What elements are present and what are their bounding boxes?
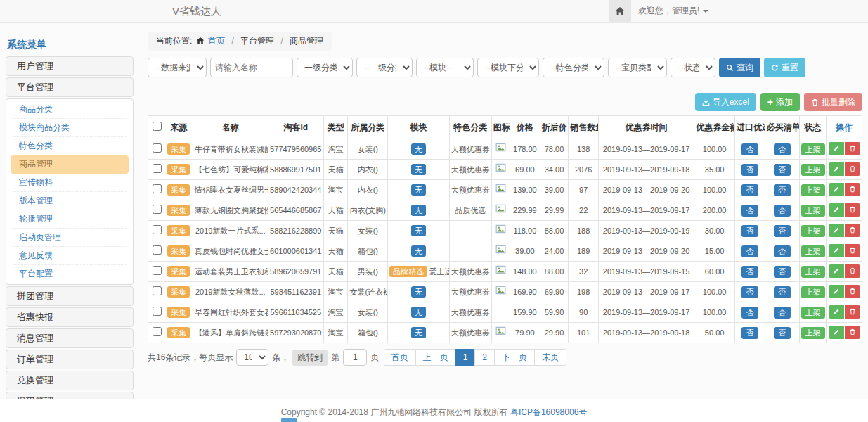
breadcrumb-home-link[interactable]: 首页 [208,36,225,46]
module-select[interactable]: --模块-- [416,58,474,77]
delete-button[interactable] [845,162,860,176]
import-select-button[interactable]: 否 [741,143,758,155]
sidebar-group-message-management[interactable]: 消息管理 [6,328,134,348]
row-checkbox[interactable] [153,164,162,173]
sidebar-item-feedback[interactable]: 意见反馈 [11,247,129,265]
must-buy-button[interactable]: 否 [774,266,791,278]
import-excel-button[interactable]: 导入excel [695,93,756,111]
edit-button[interactable] [829,326,844,339]
prev-page-button[interactable]: 上一页 [415,349,456,366]
import-select-button[interactable]: 否 [741,164,758,176]
select-all-checkbox[interactable] [153,122,162,131]
import-select-button[interactable]: 否 [741,245,758,257]
sidebar-group-exchange-management[interactable]: 兑换管理 [6,371,134,390]
sidebar-item-splash-page-management[interactable]: 启动页管理 [11,229,129,247]
sidebar-group-platform-management[interactable]: 平台管理 [6,77,134,97]
row-checkbox[interactable] [153,286,162,295]
sidebar-item-product-category[interactable]: 商品分类 [11,101,129,119]
row-checkbox[interactable] [153,327,162,336]
status-button[interactable]: 上架 [801,184,825,196]
must-buy-button[interactable]: 否 [774,184,791,196]
last-page-button[interactable]: 末页 [534,349,566,366]
import-select-button[interactable]: 否 [741,205,758,217]
level2-category-select[interactable]: --二级分类-- [356,58,413,77]
edit-button[interactable] [829,203,844,217]
must-buy-button[interactable]: 否 [774,143,791,155]
import-select-button[interactable]: 否 [741,307,758,319]
sidebar-group-order-management[interactable]: 订单管理 [6,350,134,369]
page-1-page-button[interactable]: 1 [455,349,476,366]
row-checkbox[interactable] [153,184,162,193]
status-button[interactable]: 上架 [801,286,825,298]
edit-button[interactable] [829,142,844,155]
sidebar-item-module-product-category[interactable]: 模块商品分类 [11,119,129,137]
home-button[interactable] [609,0,631,22]
edit-button[interactable] [829,183,844,196]
icp-link[interactable]: 粤ICP备16098006号 [510,407,587,417]
row-checkbox[interactable] [153,205,162,214]
delete-button[interactable] [845,305,860,319]
import-select-button[interactable]: 否 [741,286,758,298]
must-buy-button[interactable]: 否 [774,164,791,176]
must-buy-button[interactable]: 否 [774,307,791,319]
row-checkbox[interactable] [153,307,162,316]
data-source-select[interactable]: --数据来源-- [148,58,207,77]
edit-button[interactable] [829,305,844,319]
edit-button[interactable] [829,264,844,278]
name-input[interactable] [210,58,293,77]
must-buy-button[interactable]: 否 [774,245,791,257]
sidebar-item-version-management[interactable]: 版本管理 [11,192,129,210]
delete-button[interactable] [845,224,860,237]
reset-button[interactable]: 重置 [764,58,805,77]
status-button[interactable]: 上架 [801,245,825,257]
sidebar-item-feature-category[interactable]: 特色分类 [11,137,129,155]
module-subcategory-select[interactable]: --模块下分类-- [477,58,539,77]
delete-button[interactable] [845,203,860,217]
must-buy-button[interactable]: 否 [774,286,791,298]
sidebar-group-savings-express[interactable]: 省惠快报 [6,307,134,327]
next-page-button[interactable]: 下一页 [494,349,535,366]
delete-button[interactable] [845,285,860,298]
status-button[interactable]: 上架 [801,205,825,217]
batch-delete-button[interactable]: 批量删除 [804,93,862,111]
product-type-select[interactable]: --宝贝类型-- [608,58,667,77]
sidebar-item-product-management[interactable]: 商品管理 [11,155,129,174]
status-select[interactable]: --状态-- [671,58,715,77]
status-button[interactable]: 上架 [801,225,825,237]
must-buy-button[interactable]: 否 [774,225,791,237]
import-select-button[interactable]: 否 [741,327,758,339]
level1-category-select[interactable]: 一级分类 [297,58,353,77]
sidebar-group-user-management[interactable]: 用户管理 [6,56,134,76]
user-menu[interactable]: 欢迎您，管理员! [638,0,708,22]
delete-button[interactable] [845,142,860,155]
status-button[interactable]: 上架 [801,164,825,176]
delete-button[interactable] [845,244,860,257]
status-button[interactable]: 上架 [801,266,825,278]
sidebar-group-groupbuy-management[interactable]: 拼团管理 [6,286,134,306]
page-2-page-button[interactable]: 2 [474,349,495,366]
edit-button[interactable] [829,285,844,298]
import-select-button[interactable]: 否 [741,184,758,196]
feature-category-select[interactable]: --特色分类-- [543,58,604,77]
sidebar-item-platform-config[interactable]: 平台配置 [11,265,129,283]
delete-button[interactable] [845,183,860,196]
status-button[interactable]: 上架 [801,327,825,339]
status-button[interactable]: 上架 [801,143,825,155]
edit-button[interactable] [829,162,844,176]
delete-button[interactable] [845,264,860,278]
sidebar-item-promo-materials[interactable]: 宣传物料 [11,174,129,192]
row-checkbox[interactable] [153,245,162,255]
must-buy-button[interactable]: 否 [774,205,791,217]
page-number-input[interactable] [343,349,367,366]
sidebar-item-carousel-management[interactable]: 轮播管理 [11,210,129,229]
row-checkbox[interactable] [153,143,162,153]
per-page-select[interactable]: 10 [236,349,268,366]
import-select-button[interactable]: 否 [741,266,758,278]
edit-button[interactable] [829,224,844,237]
search-button[interactable]: 查询 [719,58,760,77]
status-button[interactable]: 上架 [801,307,825,319]
add-button[interactable]: + 添加 [760,93,800,111]
must-buy-button[interactable]: 否 [774,327,791,339]
row-checkbox[interactable] [153,225,162,234]
jump-button[interactable]: 跳转到 [292,350,328,366]
